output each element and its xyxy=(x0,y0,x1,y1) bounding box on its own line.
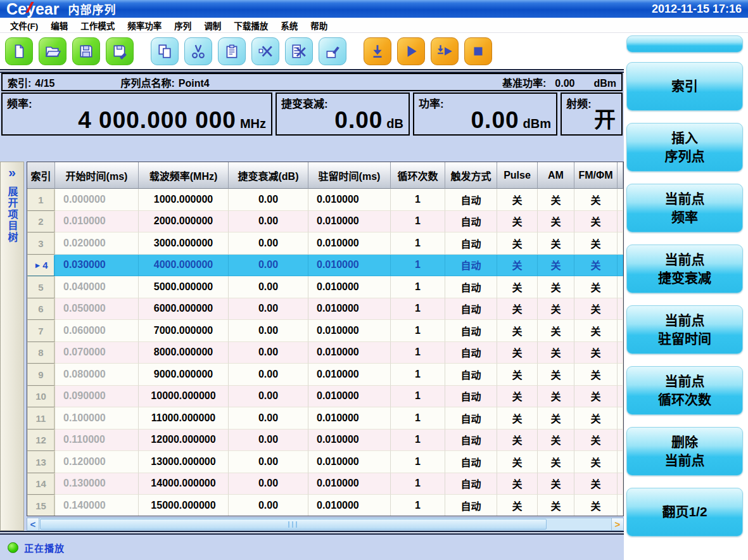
cell-fm[interactable]: 关 xyxy=(574,255,618,277)
softkey-current-atten[interactable]: 当前点 捷变衰减 xyxy=(626,245,743,293)
cell-start[interactable]: 0.040000 xyxy=(55,276,139,298)
save-as-button[interactable] xyxy=(106,37,134,65)
cell-index[interactable]: 12 xyxy=(27,430,55,452)
cell-cycles[interactable]: 1 xyxy=(391,298,445,321)
edit-point-button[interactable] xyxy=(319,37,346,65)
open-button[interactable] xyxy=(39,37,67,65)
cell-am[interactable]: 关 xyxy=(538,320,574,342)
softkey-index[interactable]: 索引 xyxy=(626,62,743,111)
cell-atten[interactable]: 0.00 xyxy=(229,211,308,233)
delete-list-button[interactable] xyxy=(285,37,313,65)
cell-atten[interactable]: 0.00 xyxy=(229,276,308,298)
menu-item-1[interactable]: 编辑 xyxy=(44,18,74,33)
cell-pulse[interactable]: 关 xyxy=(497,407,538,430)
download-play-button[interactable] xyxy=(431,37,459,65)
table-row-15[interactable]: 150.14000015000.0000000.000.0100001自动关关关 xyxy=(27,495,623,516)
cell-pulse[interactable]: 关 xyxy=(497,473,538,495)
cell-pulse[interactable]: 关 xyxy=(497,298,538,321)
cell-dwell[interactable]: 0.010000 xyxy=(308,342,391,364)
cell-atten[interactable]: 0.00 xyxy=(229,451,308,473)
cell-fm[interactable]: 关 xyxy=(574,298,618,321)
cell-pulse[interactable]: 关 xyxy=(497,451,538,473)
cell-index[interactable]: 15 xyxy=(27,495,55,516)
table-row-6[interactable]: 60.0500006000.0000000.000.0100001自动关关关 xyxy=(27,298,623,321)
cell-freq[interactable]: 2000.000000 xyxy=(139,211,229,233)
cell-fm[interactable]: 关 xyxy=(574,342,618,364)
cell-trigger[interactable]: 自动 xyxy=(445,473,497,495)
cell-start[interactable]: 0.070000 xyxy=(55,342,139,364)
cell-start[interactable]: 0.120000 xyxy=(55,451,139,473)
cell-start[interactable]: 0.010000 xyxy=(55,211,139,233)
cell-cycles[interactable]: 1 xyxy=(391,364,445,386)
cell-atten[interactable]: 0.00 xyxy=(229,364,308,386)
cell-dwell[interactable]: 0.010000 xyxy=(308,473,391,495)
cell-atten[interactable]: 0.00 xyxy=(229,320,308,342)
copy-button[interactable] xyxy=(151,37,179,65)
cell-pulse[interactable]: 关 xyxy=(497,276,538,298)
cell-atten[interactable]: 0.00 xyxy=(229,407,308,430)
cell-trigger[interactable]: 自动 xyxy=(445,364,497,386)
cell-freq[interactable]: 10000.000000 xyxy=(139,386,229,408)
menu-item-2[interactable]: 工作模式 xyxy=(74,18,121,33)
menu-item-7[interactable]: 系统 xyxy=(274,18,304,33)
cell-am[interactable]: 关 xyxy=(538,430,574,452)
delete-point-button[interactable] xyxy=(251,37,279,65)
softkey-delete-current[interactable]: 删除 当前点 xyxy=(626,427,743,476)
cell-trigger[interactable]: 自动 xyxy=(445,342,497,364)
cell-index[interactable]: 1 xyxy=(27,189,55,211)
table-row-14[interactable]: 140.13000014000.0000000.000.0100001自动关关关 xyxy=(27,473,623,495)
cell-atten[interactable]: 0.00 xyxy=(229,232,308,255)
cell-start[interactable]: 0.030000 xyxy=(55,255,139,277)
cell-freq[interactable]: 15000.000000 xyxy=(139,495,229,516)
cell-dwell[interactable]: 0.010000 xyxy=(308,495,391,516)
cell-am[interactable]: 关 xyxy=(538,364,574,386)
cell-trigger[interactable]: 自动 xyxy=(445,320,497,342)
cell-pulse[interactable]: 关 xyxy=(497,495,538,516)
table-row-3[interactable]: 30.0200003000.0000000.000.0100001自动关关关 xyxy=(27,232,623,255)
cell-index[interactable]: 14 xyxy=(27,473,55,495)
cell-am[interactable]: 关 xyxy=(538,473,574,495)
cell-pulse[interactable]: 关 xyxy=(497,189,538,211)
cell-trigger[interactable]: 自动 xyxy=(445,495,497,516)
cell-dwell[interactable]: 0.010000 xyxy=(308,276,391,298)
cell-atten[interactable]: 0.00 xyxy=(229,255,308,277)
cell-freq[interactable]: 8000.000000 xyxy=(139,342,229,364)
cell-pulse[interactable]: 关 xyxy=(497,342,538,364)
cell-dwell[interactable]: 0.010000 xyxy=(308,451,391,473)
cell-index[interactable]: ►4 xyxy=(27,255,55,277)
menu-item-8[interactable]: 帮助 xyxy=(304,18,334,33)
cell-freq[interactable]: 14000.000000 xyxy=(139,473,229,495)
cell-dwell[interactable]: 0.010000 xyxy=(308,386,391,408)
cell-cycles[interactable]: 1 xyxy=(391,232,445,255)
cell-freq[interactable]: 4000.000000 xyxy=(139,255,229,277)
stop-button[interactable] xyxy=(464,37,492,65)
softkey-insert-point[interactable]: 插入 序列点 xyxy=(626,123,743,172)
cell-start[interactable]: 0.140000 xyxy=(55,495,139,516)
cell-am[interactable]: 关 xyxy=(538,255,574,277)
project-tree-expander[interactable]: » 展开项目树 xyxy=(0,162,24,531)
horizontal-scrollbar[interactable]: < > xyxy=(27,518,624,531)
menu-item-0[interactable]: 文件(F) xyxy=(4,18,44,33)
cell-pulse[interactable]: 关 xyxy=(497,430,538,452)
cell-dwell[interactable]: 0.010000 xyxy=(308,430,391,452)
cell-pulse[interactable]: 关 xyxy=(497,255,538,277)
scrollbar-thumb[interactable] xyxy=(40,519,547,530)
paste-button[interactable] xyxy=(218,37,246,65)
cell-am[interactable]: 关 xyxy=(538,189,574,211)
cell-pulse[interactable]: 关 xyxy=(497,386,538,408)
cell-atten[interactable]: 0.00 xyxy=(229,189,308,211)
cell-start[interactable]: 0.050000 xyxy=(55,298,139,321)
table-row-10[interactable]: 100.09000010000.0000000.000.0100001自动关关关 xyxy=(27,386,623,408)
cell-fm[interactable]: 关 xyxy=(574,276,618,298)
cell-start[interactable]: 0.020000 xyxy=(55,232,139,255)
cell-am[interactable]: 关 xyxy=(538,495,574,516)
table-row-5[interactable]: 50.0400005000.0000000.000.0100001自动关关关 xyxy=(27,276,623,298)
cell-trigger[interactable]: 自动 xyxy=(445,386,497,408)
cell-fm[interactable]: 关 xyxy=(574,211,618,233)
cell-index[interactable]: 7 xyxy=(27,320,55,342)
cell-dwell[interactable]: 0.010000 xyxy=(308,298,391,321)
cell-atten[interactable]: 0.00 xyxy=(229,495,308,516)
cell-freq[interactable]: 12000.000000 xyxy=(139,430,229,452)
menu-item-3[interactable]: 频率功率 xyxy=(121,18,168,33)
cell-freq[interactable]: 13000.000000 xyxy=(139,451,229,473)
